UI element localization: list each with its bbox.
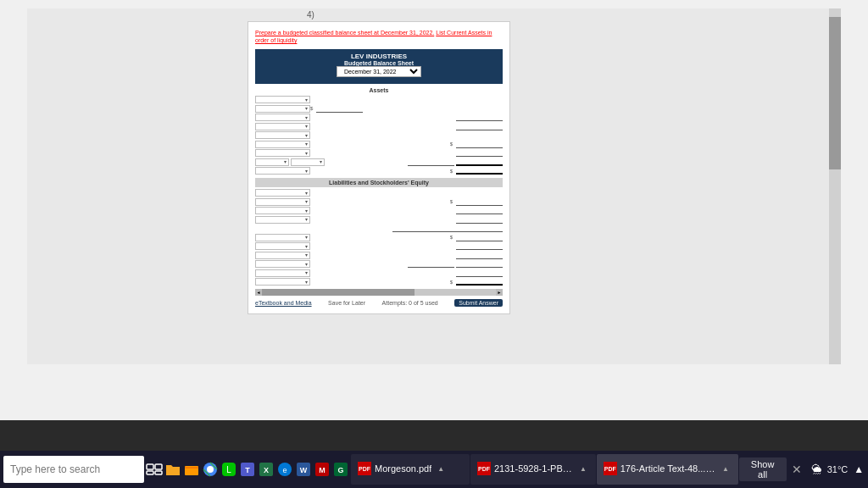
- asset-dropdown-2[interactable]: ▾: [255, 105, 310, 113]
- asset-dropdown-6[interactable]: ▾: [255, 141, 310, 148]
- liab-input-4[interactable]: [456, 234, 503, 241]
- liab-input-10[interactable]: [456, 278, 503, 286]
- mendeley-icon[interactable]: M: [314, 456, 331, 483]
- task-view-icon[interactable]: [146, 456, 163, 483]
- asset-input-8[interactable]: [456, 167, 503, 175]
- dollar-sign-2: $: [450, 141, 453, 147]
- svg-text:T: T: [245, 466, 250, 474]
- asset-dropdown-5[interactable]: ▾: [255, 131, 310, 139]
- svg-rect-3: [155, 471, 162, 474]
- liab-dropdown-10[interactable]: ▾: [255, 278, 310, 286]
- chrome-icon[interactable]: [202, 456, 219, 483]
- liab-row-5: ▾ $: [255, 234, 503, 241]
- asset-dropdown-8b[interactable]: ▾: [291, 158, 325, 166]
- asset-dropdown-8a[interactable]: ▾: [255, 158, 289, 166]
- asset-input-3[interactable]: [456, 123, 503, 130]
- line-icon[interactable]: L: [220, 456, 237, 483]
- asset-input-1[interactable]: [316, 105, 363, 113]
- horizontal-scrollbar[interactable]: ◄ ►: [255, 289, 503, 296]
- show-all-button[interactable]: Show all: [739, 458, 787, 481]
- sheet-title: Budgeted Balance Sheet: [257, 60, 501, 66]
- asset-dropdown-9[interactable]: ▾: [255, 167, 310, 175]
- app-article176-pdf[interactable]: PDF 176-Article Text-48....pdf ▲: [597, 454, 738, 485]
- liab-dropdown-8[interactable]: ▾: [255, 260, 310, 268]
- liab-input-2[interactable]: [456, 207, 503, 214]
- app-pb2131-label: 2131-5928-1-PB.pdf: [494, 463, 574, 474]
- asset-dropdown-1[interactable]: ▾: [255, 96, 310, 103]
- asset-input-5[interactable]: [456, 149, 503, 157]
- liab-row-2: ▾ $: [255, 198, 503, 206]
- file-explorer-icon[interactable]: [164, 456, 181, 483]
- liab-dropdown-6[interactable]: ▾: [255, 242, 310, 250]
- search-input[interactable]: [3, 456, 144, 483]
- svg-text:W: W: [300, 466, 308, 474]
- liab-input-8[interactable]: [456, 260, 503, 268]
- submit-answer-btn[interactable]: Submit Answer: [454, 299, 503, 307]
- app-pb2131-pdf[interactable]: PDF 2131-5928-1-PB.pdf ▲: [470, 454, 596, 485]
- network-icon[interactable]: ▲: [851, 462, 866, 477]
- liab-dropdown-9[interactable]: ▾: [255, 269, 310, 277]
- asset-row-1: ▾: [255, 96, 503, 103]
- liab-input-5[interactable]: [456, 242, 503, 250]
- edge-icon[interactable]: e: [276, 456, 293, 483]
- asset-input-7[interactable]: [456, 158, 503, 166]
- pdf-icon-morgeson: PDF: [358, 462, 371, 475]
- liab-row-1: ▾: [255, 189, 503, 197]
- scroll-track[interactable]: [262, 289, 496, 296]
- liab-dropdown-7[interactable]: ▾: [255, 252, 310, 259]
- morgeson-chevron[interactable]: ▲: [435, 455, 447, 482]
- pb2131-chevron[interactable]: ▲: [577, 455, 588, 482]
- custom-app-icon[interactable]: G: [332, 456, 349, 483]
- liab-row-6: ▾: [255, 242, 503, 250]
- year-select[interactable]: December 31, 2022: [337, 66, 421, 77]
- vertical-scrollbar[interactable]: [829, 8, 841, 364]
- pdf-icon-pb2131: PDF: [477, 462, 491, 475]
- close-tabs-button[interactable]: ✕: [787, 459, 807, 480]
- scroll-thumb[interactable]: [262, 289, 415, 296]
- svg-point-6: [207, 466, 214, 473]
- liab-input-7[interactable]: [408, 260, 454, 268]
- pdf-instruction: Prepare a budgeted classified balance sh…: [255, 29, 503, 44]
- pdf-footer: eTextbook and Media Save for Later Attem…: [255, 299, 503, 307]
- asset-input-4[interactable]: [456, 141, 503, 148]
- asset-dropdown-3[interactable]: ▾: [255, 114, 310, 121]
- asset-row-8: ▾ ▾: [255, 158, 503, 166]
- liab-input-1[interactable]: [456, 198, 503, 206]
- save-later-link[interactable]: Save for Later: [328, 300, 365, 306]
- article176-chevron[interactable]: ▲: [720, 455, 731, 482]
- page-number: 4): [307, 10, 314, 19]
- word-icon[interactable]: W: [295, 456, 312, 483]
- liab-dropdown-2[interactable]: ▾: [255, 198, 310, 206]
- excel-icon[interactable]: X: [258, 456, 275, 483]
- liab-dropdown-4[interactable]: ▾: [255, 216, 310, 224]
- pdf-viewer: 4) Prepare a budgeted classified balance…: [27, 8, 841, 364]
- dollar-sign-6: $: [450, 280, 453, 285]
- scrollbar-thumb[interactable]: [829, 17, 841, 169]
- liab-input-9[interactable]: [456, 269, 503, 277]
- asset-row-5: ▾: [255, 131, 503, 139]
- liab-input-6[interactable]: [456, 252, 503, 259]
- balance-sheet-header: LEV INDUSTRIES Budgeted Balance Sheet De…: [255, 49, 503, 84]
- asset-dropdown-7[interactable]: ▾: [255, 149, 310, 157]
- folder-icon[interactable]: [183, 456, 200, 483]
- app-article176-label: 176-Article Text-48....pdf: [620, 463, 717, 474]
- scroll-right-arrow[interactable]: ►: [496, 289, 503, 296]
- etextbook-link[interactable]: eTextbook and Media: [255, 300, 312, 306]
- svg-rect-1: [155, 464, 162, 469]
- liab-dropdown-1[interactable]: ▾: [255, 189, 310, 197]
- asset-row-9: ▾ $: [255, 167, 503, 175]
- teams-icon[interactable]: T: [239, 456, 256, 483]
- liab-dropdown-5[interactable]: ▾: [255, 234, 310, 241]
- weather-icon[interactable]: 🌦: [809, 462, 824, 477]
- asset-input-2[interactable]: [456, 114, 503, 121]
- liabilities-header: Liabilities and Stockholders' Equity: [255, 178, 503, 187]
- asset-input-6[interactable]: [408, 158, 454, 166]
- asset-dropdown-4[interactable]: ▾: [255, 123, 310, 130]
- liab-input-3[interactable]: [456, 216, 503, 224]
- liab-dropdown-3[interactable]: ▾: [255, 207, 310, 214]
- system-tray: 🌦 31°C ▲ 🔊 13:56 08/06/2022 🔔 3: [809, 457, 868, 483]
- taskbar: L T X e W M: [0, 451, 868, 488]
- svg-rect-0: [147, 464, 153, 469]
- scroll-left-arrow[interactable]: ◄: [255, 289, 262, 296]
- app-morgeson-pdf[interactable]: PDF Morgeson.pdf ▲: [351, 454, 470, 485]
